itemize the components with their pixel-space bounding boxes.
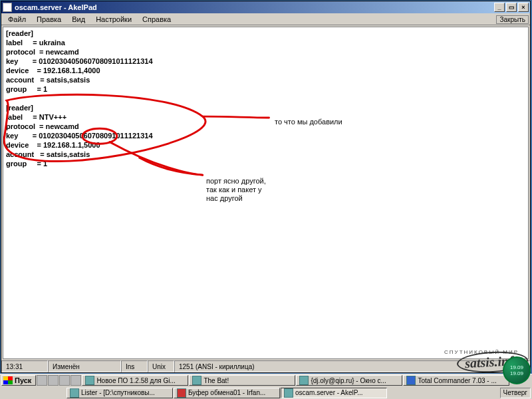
- windows-flag-icon: [3, 376, 13, 384]
- annotation-port: порт ясно другой, так как и пакет у нас …: [206, 177, 266, 203]
- start-label: Пуск: [15, 376, 31, 384]
- app-icon: [299, 376, 309, 385]
- taskbar-task[interactable]: Новое ПО 1.2.58 для Gi...: [82, 375, 188, 386]
- text-editor[interactable]: [reader] label = ukraina protocol = newc…: [3, 27, 529, 359]
- quicklaunch-icon[interactable]: [70, 375, 81, 386]
- statusbar: 13:31 Изменён Ins Unix 1251 (ANSI - кири…: [1, 360, 530, 372]
- editor-content[interactable]: [reader] label = ukraina protocol = newc…: [6, 29, 153, 168]
- window-title: oscam.server - AkelPad: [15, 3, 97, 11]
- desktop-clock-widget[interactable]: 19.09 19.09: [503, 356, 531, 384]
- status-cursor-pos: 13:31: [1, 360, 48, 372]
- status-codepage: 1251 (ANSI - кириллица): [174, 360, 530, 372]
- quicklaunch-icon[interactable]: [37, 375, 47, 386]
- taskbar: Пуск Новое ПО 1.2.58 для Gi... The Bat! …: [0, 374, 532, 399]
- taskbar-task[interactable]: The Bat!: [189, 375, 295, 386]
- quicklaunch-icon[interactable]: [59, 375, 70, 386]
- start-button[interactable]: Пуск: [1, 375, 36, 386]
- status-modified: Изменён: [48, 360, 121, 372]
- menu-settings[interactable]: Настройки: [92, 15, 136, 24]
- app-icon: [3, 3, 12, 12]
- menu-file[interactable]: Файл: [4, 15, 30, 24]
- menu-edit[interactable]: Правка: [33, 15, 65, 24]
- maximize-button[interactable]: ▭: [506, 3, 517, 12]
- menubar: Файл Правка Вид Настройки Справка: [1, 13, 530, 25]
- quicklaunch-icon[interactable]: [48, 375, 59, 386]
- taskbar-task[interactable]: {dj.oly@qip.ru} - Окно с...: [296, 375, 402, 386]
- minimize-button[interactable]: _: [494, 3, 505, 12]
- app-icon: [70, 388, 79, 398]
- app-icon: [177, 388, 186, 398]
- menu-help[interactable]: Справка: [138, 15, 175, 24]
- annotation-added: то что мы добавили: [275, 118, 342, 126]
- taskbar-task[interactable]: Total Commander 7.03 - ...: [403, 375, 509, 386]
- taskbar-task[interactable]: Буфер обмена01 - Irfan...: [174, 388, 280, 398]
- titlebar[interactable]: oscam.server - AkelPad _ ▭ ×: [1, 1, 530, 13]
- menu-view[interactable]: Вид: [68, 15, 89, 24]
- close-tooltip: Закрыть: [496, 15, 529, 24]
- watermark-arc: СПУТНИКОВЫЙ МИР: [444, 349, 519, 355]
- taskbar-task[interactable]: Lister - [D:\спутниковы...: [66, 388, 173, 398]
- app-window: oscam.server - AkelPad _ ▭ × Закрыть Фай…: [1, 1, 531, 373]
- app-icon: [192, 376, 201, 385]
- tray-day: Четверг: [503, 389, 527, 396]
- status-ins: Ins: [121, 360, 148, 372]
- status-eol: Unix: [148, 360, 174, 372]
- system-tray[interactable]: Четверг: [500, 388, 531, 398]
- app-icon: [284, 388, 293, 398]
- save-icon: [406, 376, 416, 385]
- taskbar-task-active[interactable]: oscam.server - AkelP...: [281, 388, 387, 398]
- app-icon: [85, 376, 94, 385]
- close-button[interactable]: ×: [518, 3, 529, 12]
